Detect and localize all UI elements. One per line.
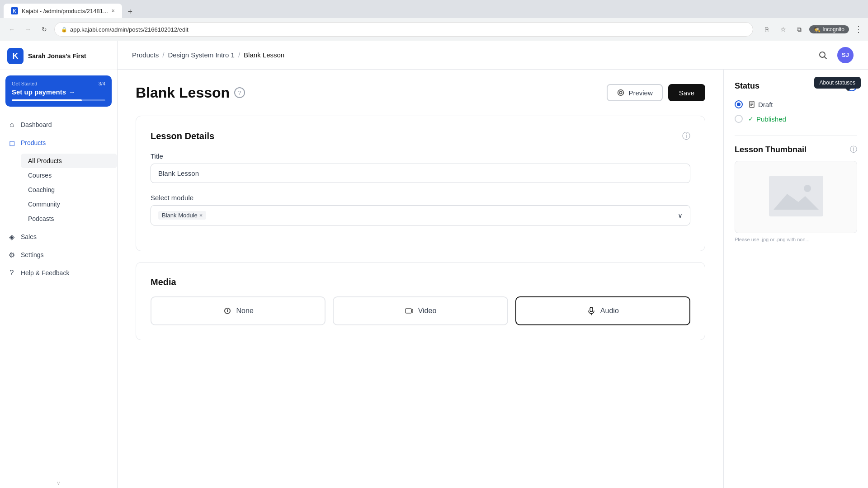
thumbnail-placeholder-image [769,176,823,216]
top-bar-actions: SJ [816,47,854,63]
lesson-details-card: Lesson Details ⓘ Title Select module Bla… [136,116,705,251]
settings-label: Settings [21,251,44,258]
module-tag: Blank Module × [158,211,206,220]
incognito-label: Incognito [822,26,844,33]
sidebar-item-dashboard[interactable]: ⌂ Dashboard [0,116,117,134]
preview-btn-label: Preview [628,89,652,97]
title-label: Title [151,152,690,160]
brand-name: Sarah Jonas's First [28,52,86,60]
browser-menu-button[interactable]: ⋮ [854,24,863,34]
sidebar-subitem-community[interactable]: Community [21,197,117,211]
page-title-row: Blank Lesson ? Preview Save [136,84,705,101]
module-select[interactable]: Blank Module × ∨ [151,205,690,225]
published-radio[interactable] [735,115,743,123]
courses-label: Courses [28,172,52,179]
avatar[interactable]: SJ [837,47,854,63]
svg-rect-5 [590,307,593,312]
media-card: Media None [136,262,705,340]
lesson-details-info-icon[interactable]: ⓘ [682,131,690,141]
dashboard-label: Dashboard [21,121,52,128]
sales-icon: ◈ [7,232,16,241]
draft-label: Draft [758,101,773,108]
save-button[interactable]: Save [668,84,705,101]
new-tab-button[interactable]: + [124,5,137,18]
search-button[interactable] [816,48,830,62]
scroll-indicator: ∨ [0,478,117,488]
sidebar-subitem-podcasts[interactable]: Podcasts [21,211,117,226]
thumb-info-icon[interactable]: ⓘ [850,145,857,155]
page-title: Blank Lesson [136,84,230,101]
preview-icon [617,89,625,97]
sidebar-item-help[interactable]: ? Help & Feedback [0,264,117,282]
sidebar-subitem-coaching[interactable]: Coaching [21,183,117,197]
tab-close-icon[interactable]: × [112,8,115,14]
save-btn-label: Save [679,89,694,97]
media-audio-label: Audio [600,307,619,315]
svg-line-1 [825,56,827,59]
progress-bar [12,99,105,101]
card-header: Lesson Details ⓘ [151,131,690,141]
sidebar-item-products[interactable]: ◻ Products [0,134,117,152]
svg-point-3 [620,91,622,94]
help-label: Help & Feedback [21,269,69,277]
thumbnail-image-placeholder [769,176,823,218]
breadcrumb-sep-2: / [238,51,240,59]
all-products-label: All Products [28,157,62,164]
draft-doc-icon [748,101,755,108]
brand-logo: K [7,48,24,64]
preview-button[interactable]: Preview [607,84,662,101]
coaching-label: Coaching [28,186,55,193]
draft-option-label: Draft [748,101,773,108]
draft-radio-inner [737,103,741,106]
active-tab[interactable]: K Kajabi - /admin/products/21481... × [4,4,122,18]
sidebar-item-settings[interactable]: ⚙ Settings [0,246,117,264]
top-bar: Products / Design System Intro 1 / Blank… [118,41,868,70]
products-label: Products [21,139,46,146]
status-title: Status [735,81,760,91]
thumbnail-placeholder[interactable] [735,161,857,233]
bookmark-icon[interactable]: ☆ [777,23,789,36]
nav-actions: ⎘ ☆ ⧉ 🕵 Incognito ⋮ [760,23,863,36]
media-option-video[interactable]: Video [333,296,508,325]
sidebar-header: K Sarah Jonas's First [0,41,117,70]
page-body: Blank Lesson ? Preview Save [118,70,868,488]
browser-chrome: K Kajabi - /admin/products/21481... × + … [0,0,868,41]
about-statuses-tooltip: About statuses [814,77,861,89]
module-tag-remove[interactable]: × [199,212,203,219]
status-option-draft[interactable]: Draft [735,100,857,108]
sidebar: K Sarah Jonas's First Get Started 3/4 Se… [0,41,118,488]
svg-rect-11 [769,176,823,216]
extensions-icon[interactable]: ⧉ [793,23,806,36]
breadcrumb-products[interactable]: Products [132,51,159,59]
reload-button[interactable]: ↻ [38,23,51,36]
address-bar[interactable]: 🔒 app.kajabi.com/admin/posts/2166102012/… [54,22,753,37]
media-option-audio[interactable]: Audio [515,296,690,325]
published-check-icon: ✓ [748,115,754,122]
sidebar-item-sales[interactable]: ◈ Sales [0,228,117,246]
published-label: Published [756,115,786,123]
cast-icon[interactable]: ⎘ [760,23,773,36]
breadcrumb-design-system[interactable]: Design System Intro 1 [168,51,235,59]
title-input[interactable] [151,164,690,183]
app: K Sarah Jonas's First Get Started 3/4 Se… [0,41,868,488]
page-title-help-icon[interactable]: ? [234,87,245,98]
audio-icon [587,306,596,315]
media-option-none[interactable]: None [151,296,326,325]
draft-radio[interactable] [735,100,743,108]
community-label: Community [28,201,60,208]
sidebar-subitem-courses[interactable]: Courses [21,168,117,183]
forward-button[interactable]: → [22,23,34,36]
sidebar-subitem-all-products[interactable]: All Products [21,154,117,168]
page-title-actions: Preview Save [607,84,705,101]
incognito-badge: 🕵 Incognito [809,25,849,33]
none-icon [223,306,232,315]
media-section-title: Media [151,277,690,287]
get-started-banner[interactable]: Get Started 3/4 Set up payments → [5,75,112,107]
module-form-group: Select module Blank Module × ∨ [151,194,690,225]
browser-tabs: K Kajabi - /admin/products/21481... × + [0,0,868,18]
status-options: Draft ✓ Published [735,100,857,123]
back-button[interactable]: ← [5,23,18,36]
thumbnail-caption: Please use .jpg or .png with non... [735,237,857,242]
status-option-published[interactable]: ✓ Published [735,115,857,123]
svg-rect-4 [406,309,411,313]
